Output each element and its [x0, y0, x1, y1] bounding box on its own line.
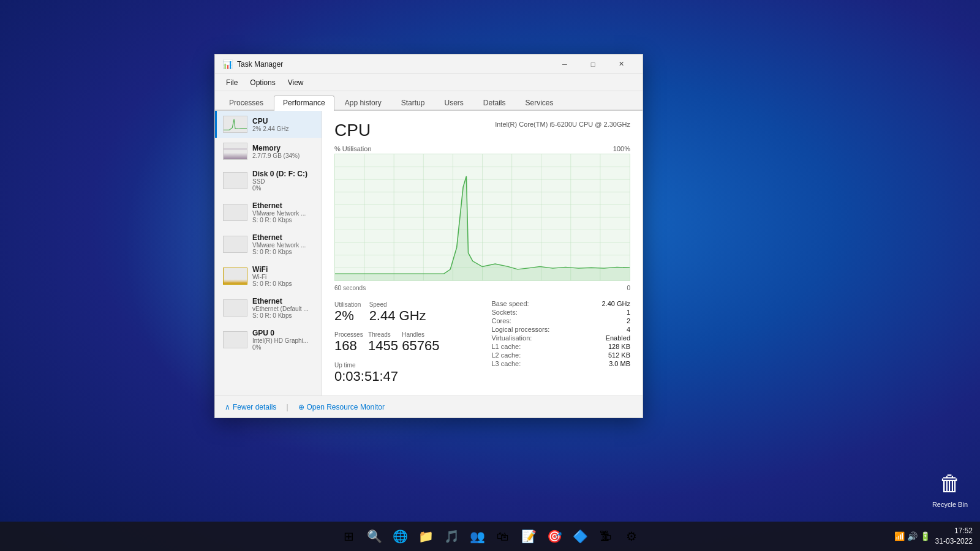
search-icon[interactable]: 🔍	[363, 525, 385, 547]
start-button[interactable]: ⊞	[337, 525, 360, 547]
virt-val: Enabled	[606, 334, 630, 342]
processes-label: Processes	[334, 331, 368, 338]
tab-app-history[interactable]: App history	[336, 96, 391, 110]
ethernet2-name: Ethernet	[252, 233, 315, 242]
l2-key: L2 cache:	[492, 351, 521, 359]
recycle-bin[interactable]: 🗑 Recycle Bin	[932, 469, 968, 508]
taskbar-center: ⊞ 🔍 🌐 📁 🎵 👥 🛍 📝 🎯 🔷 🗜 ⚙	[337, 525, 643, 547]
tools-icon[interactable]: 🗜	[595, 525, 617, 547]
sidebar-item-memory[interactable]: Memory 2.7/7.9 GB (34%)	[215, 138, 322, 165]
uptime-value: 0:03:51:47	[334, 369, 473, 384]
sidebar-item-gpu[interactable]: GPU 0 Intel(R) HD Graphi... 0%	[215, 324, 322, 356]
stats-section: Utilisation 2% Speed 2.44 GHz Processes	[334, 300, 630, 386]
ethernet1-info: Ethernet VMware Network ... S: 0 R: 0 Kb…	[252, 201, 315, 223]
menu-view[interactable]: View	[282, 77, 310, 88]
notepad-icon[interactable]: 📝	[518, 525, 540, 547]
utilization-stat-value: 2%	[334, 308, 369, 324]
info-row-l1: L1 cache: 128 KB	[492, 343, 631, 350]
cpu-info: CPU 2% 2.44 GHz	[252, 117, 315, 132]
uptime-stat: Up time 0:03:51:47	[334, 361, 473, 386]
l2-val: 512 KB	[608, 351, 630, 359]
tab-details[interactable]: Details	[474, 96, 515, 110]
cores-val: 2	[627, 317, 630, 324]
widget-icon[interactable]: 🌐	[389, 525, 411, 547]
handles-label: Handles	[402, 331, 439, 338]
base-speed-val: 2.40 GHz	[602, 300, 630, 307]
open-resource-monitor-link[interactable]: ⊕ Open Resource Monitor	[298, 403, 385, 411]
taskbar: ⊞ 🔍 🌐 📁 🎵 👥 🛍 📝 🎯 🔷 🗜 ⚙ 📶 🔊 🔋 17:52 31-0…	[0, 522, 980, 551]
sidebar-item-ethernet2[interactable]: Ethernet VMware Network ... S: 0 R: 0 Kb…	[215, 228, 322, 260]
threads-value: 1455	[368, 338, 402, 354]
sidebar-item-ethernet1[interactable]: Ethernet VMware Network ... S: 0 R: 0 Kb…	[215, 197, 322, 228]
left-stats: Utilisation 2% Speed 2.44 GHz Processes	[334, 300, 473, 386]
wifi-thumbnail	[223, 268, 247, 285]
ethernet2-info: Ethernet VMware Network ... S: 0 R: 0 Kb…	[252, 233, 315, 255]
close-button[interactable]: ✕	[607, 54, 635, 74]
cores-key: Cores:	[492, 317, 511, 324]
settings-icon[interactable]: ⚙	[620, 525, 643, 547]
battery-icon[interactable]: 🔋	[920, 531, 930, 541]
tab-bar: Processes Performance App history Startu…	[215, 91, 643, 111]
network-icon[interactable]: 📶	[894, 531, 905, 541]
maximize-button[interactable]: □	[579, 54, 607, 74]
ethernet1-thumbnail	[223, 204, 247, 221]
l1-key: L1 cache:	[492, 343, 521, 350]
gpu-detail2: 0%	[252, 344, 315, 351]
minimize-button[interactable]: ─	[551, 54, 579, 74]
sidebar-item-disk[interactable]: Disk 0 (D: F: C:) SSD 0%	[215, 165, 322, 197]
memory-info: Memory 2.7/7.9 GB (34%)	[252, 144, 315, 159]
ethernet2-thumbnail	[223, 236, 247, 253]
l3-key: L3 cache:	[492, 360, 521, 367]
info-table: Base speed: 2.40 GHz Sockets: 1 Cores: 2	[492, 300, 631, 386]
cpu-graph	[334, 154, 630, 281]
tab-performance[interactable]: Performance	[274, 96, 334, 111]
volume-icon[interactable]: 🔊	[907, 531, 918, 541]
gpu-info: GPU 0 Intel(R) HD Graphi... 0%	[252, 329, 315, 351]
memory-detail: 2.7/7.9 GB (34%)	[252, 152, 315, 159]
info-row-base-speed: Base speed: 2.40 GHz	[492, 300, 631, 307]
taskbar-right: 📶 🔊 🔋 17:52 31-03-2022	[894, 526, 973, 547]
menu-file[interactable]: File	[220, 77, 244, 88]
cpu-detail: 2% 2.44 GHz	[252, 126, 315, 132]
menu-options[interactable]: Options	[244, 77, 281, 88]
vscode-icon[interactable]: 🔷	[569, 525, 591, 547]
l1-val: 128 KB	[608, 343, 630, 350]
footer: ∧ Fewer details | ⊕ Open Resource Monito…	[215, 395, 643, 418]
handles-stat: Handles 65765	[402, 330, 439, 355]
stats-grid: Utilisation 2% Speed 2.44 GHz	[334, 300, 473, 325]
processes-value: 168	[334, 338, 368, 354]
tab-services[interactable]: Services	[516, 96, 563, 110]
ethernet2-detail1: VMware Network ...	[252, 242, 315, 249]
task-manager-window: 📊 Task Manager ─ □ ✕ File Options View P…	[214, 54, 643, 418]
taskbar-clock[interactable]: 17:52 31-03-2022	[935, 526, 973, 547]
store-icon[interactable]: 🛍	[492, 525, 514, 547]
gpu-thumbnail	[223, 331, 247, 348]
file-explorer-icon[interactable]: 📁	[415, 525, 437, 547]
logical-key: Logical processors:	[492, 326, 550, 333]
disk-detail1: SSD	[252, 178, 315, 185]
sidebar-item-cpu[interactable]: CPU 2% 2.44 GHz	[215, 111, 322, 138]
teams-icon[interactable]: 👥	[466, 525, 488, 547]
chevron-up-icon: ∧	[225, 403, 230, 411]
disk-thumbnail	[223, 172, 247, 189]
cpu-name: CPU	[252, 117, 315, 126]
info-row-l2: L2 cache: 512 KB	[492, 351, 631, 359]
ethernet3-thumbnail	[223, 299, 247, 317]
cpu-panel: CPU Intel(R) Core(TM) i5-6200U CPU @ 2.3…	[322, 111, 643, 395]
l3-val: 3.0 MB	[609, 360, 630, 367]
tab-startup[interactable]: Startup	[392, 96, 434, 110]
cpu-thumbnail	[223, 116, 247, 133]
sidebar-item-wifi[interactable]: WiFi Wi-Fi S: 0 R: 0 Kbps	[215, 260, 322, 292]
ethernet3-detail2: S: 0 R: 0 Kbps	[252, 312, 315, 319]
fewer-details-link[interactable]: ∧ Fewer details	[225, 403, 276, 411]
spotify-icon[interactable]: 🎵	[440, 525, 462, 547]
wifi-info: WiFi Wi-Fi S: 0 R: 0 Kbps	[252, 265, 315, 287]
wifi-detail1: Wi-Fi	[252, 274, 315, 280]
tab-processes[interactable]: Processes	[220, 96, 273, 110]
window-controls: ─ □ ✕	[551, 54, 635, 74]
app1-icon[interactable]: 🎯	[543, 525, 565, 547]
ethernet3-info: Ethernet vEthernet (Default ... S: 0 R: …	[252, 297, 315, 319]
sidebar-item-ethernet3[interactable]: Ethernet vEthernet (Default ... S: 0 R: …	[215, 292, 322, 324]
tab-users[interactable]: Users	[435, 96, 472, 110]
title-bar: 📊 Task Manager ─ □ ✕	[215, 54, 643, 74]
